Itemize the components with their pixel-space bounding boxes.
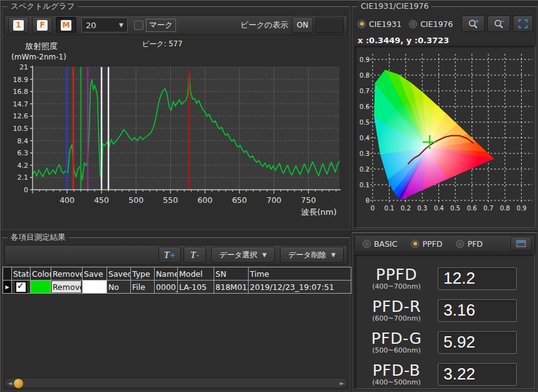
radio-cie1931[interactable]: CIE1931 xyxy=(358,19,401,29)
spectrum-toolbar: 1 F M 20 ▼ マーク ピークの表示 ON xyxy=(4,15,348,35)
svg-text:8.4: 8.4 xyxy=(18,137,29,145)
svg-text:550: 550 xyxy=(163,195,178,205)
scroll-right-icon[interactable]: ► xyxy=(337,380,347,386)
color-cell[interactable] xyxy=(31,281,51,294)
zoom-in-icon xyxy=(468,19,479,29)
sn-cell: 818M0132 xyxy=(214,281,249,294)
svg-text:(mWm-2nm-1): (mWm-2nm-1) xyxy=(11,53,66,61)
fit-view-icon xyxy=(517,18,529,29)
spectrum-chart: 02.14.26.38.410.512.614.716.818.92140045… xyxy=(3,38,349,223)
graph-mode-1-button[interactable]: 1 xyxy=(8,17,29,33)
cie-diagram-box: 000.10.10.20.20.30.30.40.40.50.50.60.60.… xyxy=(354,46,535,228)
pfd-r-range: (600~700nm) xyxy=(355,315,438,322)
svg-text:0.1: 0.1 xyxy=(360,182,370,188)
pfd-b-value: 3.22 xyxy=(443,364,475,384)
svg-text:0.1: 0.1 xyxy=(384,205,394,212)
on-label: ON xyxy=(297,21,308,29)
svg-text:750: 750 xyxy=(301,195,316,205)
svg-text:18.9: 18.9 xyxy=(13,76,29,84)
scrollbar-thumb[interactable] xyxy=(14,379,23,388)
model-cell: LA-105 xyxy=(178,281,214,294)
peak-display-off-button[interactable] xyxy=(315,17,344,33)
data-select-button[interactable]: データ選択 ▼ xyxy=(211,247,275,263)
col-state[interactable]: State xyxy=(12,267,31,281)
mark-checkbox[interactable] xyxy=(134,21,143,30)
svg-text:0.4: 0.4 xyxy=(434,205,444,212)
horizontal-scrollbar[interactable]: ◄ ► xyxy=(4,378,348,388)
radio-basic-label: BASIC xyxy=(374,239,397,249)
col-remove[interactable]: Remove xyxy=(51,267,83,281)
col-sn[interactable]: SN xyxy=(214,267,249,281)
font-decrease-icon: T xyxy=(190,250,195,260)
svg-text:400: 400 xyxy=(59,195,75,205)
svg-text:0.6: 0.6 xyxy=(467,205,477,212)
col-type[interactable]: Type xyxy=(131,267,155,281)
col-save[interactable]: Save xyxy=(83,267,107,281)
data-select-label: データ選択 xyxy=(219,250,257,260)
zoom-in-button[interactable] xyxy=(462,16,485,32)
svg-text:500: 500 xyxy=(128,195,143,205)
state-checkbox[interactable] xyxy=(15,281,27,293)
svg-text:16.8: 16.8 xyxy=(13,88,29,96)
svg-text:0.7: 0.7 xyxy=(484,205,494,212)
graph-mode-f-button[interactable]: F xyxy=(32,17,53,33)
ppfd-value: 12.2 xyxy=(443,269,475,288)
table-header-row: State Color Remove Save Saved Type Name … xyxy=(3,267,351,281)
svg-text:0.5: 0.5 xyxy=(450,205,460,212)
svg-text:放射照度: 放射照度 xyxy=(25,41,58,51)
data-delete-label: データ削除 xyxy=(288,250,326,260)
peak-display-on-button[interactable]: ON xyxy=(292,17,313,33)
mark-count-dropdown[interactable]: 20 ▼ xyxy=(81,18,128,33)
pfd-b-label: PFD-B xyxy=(355,363,438,378)
font-increase-button[interactable]: T+ xyxy=(158,247,181,263)
fit-view-button[interactable] xyxy=(513,16,533,32)
pfd-g-label: PFD-G xyxy=(355,331,438,346)
graph-mode-m-button[interactable]: M xyxy=(56,17,76,33)
row-selector-icon[interactable]: ▶ xyxy=(3,281,12,294)
results-table: State Color Remove Save Saved Type Name … xyxy=(3,267,351,294)
ppfd-range: (400~700nm) xyxy=(355,283,438,290)
radio-cie1931-label: CIE1931 xyxy=(369,19,401,29)
svg-text:波長(nm): 波長(nm) xyxy=(301,207,336,217)
pfd-b-value-box: 3.22 xyxy=(438,363,517,386)
state-cell[interactable] xyxy=(12,281,31,294)
font-decrease-button[interactable]: T- xyxy=(184,247,206,263)
svg-text:4.2: 4.2 xyxy=(18,162,29,170)
saved-cell: No xyxy=(107,281,131,294)
radio-pfd[interactable]: PFD xyxy=(456,239,482,249)
zoom-out-button[interactable] xyxy=(487,16,510,32)
pfd-g-value: 5.92 xyxy=(443,333,475,352)
svg-text:0.9: 0.9 xyxy=(517,205,527,212)
measurement-row-pfd-b: PFD-B (400~500nm) 3.22 xyxy=(355,358,534,390)
chevron-down-icon: ▼ xyxy=(119,22,123,28)
save-cell[interactable] xyxy=(83,281,107,294)
chevron-down-icon: ▼ xyxy=(262,252,267,258)
remove-button[interactable]: Remove xyxy=(52,281,81,293)
one-icon: 1 xyxy=(13,20,24,31)
svg-text:0.6: 0.6 xyxy=(360,103,370,110)
table-row[interactable]: ▶ Remove No File 0000_Y LA-105 818M0132 … xyxy=(3,281,351,294)
pfd-r-label: PFD-R xyxy=(355,299,438,314)
svg-text:2.1: 2.1 xyxy=(18,173,29,182)
radio-cie1976[interactable]: CIE1976 xyxy=(409,19,453,29)
col-saved[interactable]: Saved xyxy=(107,267,131,281)
col-color[interactable]: Color xyxy=(31,267,51,281)
svg-text:650: 650 xyxy=(232,195,247,205)
radio-ppfd[interactable]: PPFD xyxy=(411,239,442,249)
cie-diagram: 000.10.10.20.20.30.30.40.40.50.50.60.60.… xyxy=(355,46,535,227)
plus-sign: + xyxy=(170,251,175,259)
display-mode-button[interactable] xyxy=(510,237,532,250)
col-time[interactable]: Time xyxy=(249,267,351,281)
peak-display-label: ピークの表示 xyxy=(241,20,288,31)
radio-dot xyxy=(363,240,371,248)
radio-ppfd-label: PPFD xyxy=(422,239,442,249)
col-model[interactable]: Model xyxy=(178,267,214,281)
radio-basic[interactable]: BASIC xyxy=(363,239,397,249)
results-panel: 各項目測定結果 T+ T- データ選択 ▼ データ削除 ▼ xyxy=(2,237,350,391)
svg-text:12.6: 12.6 xyxy=(13,112,29,120)
svg-text:600: 600 xyxy=(197,195,212,205)
font-increase-icon: T xyxy=(164,250,169,260)
svg-text:0.7: 0.7 xyxy=(360,88,370,95)
col-name[interactable]: Name xyxy=(155,267,178,281)
data-delete-button[interactable]: データ削除 ▼ xyxy=(280,247,344,263)
